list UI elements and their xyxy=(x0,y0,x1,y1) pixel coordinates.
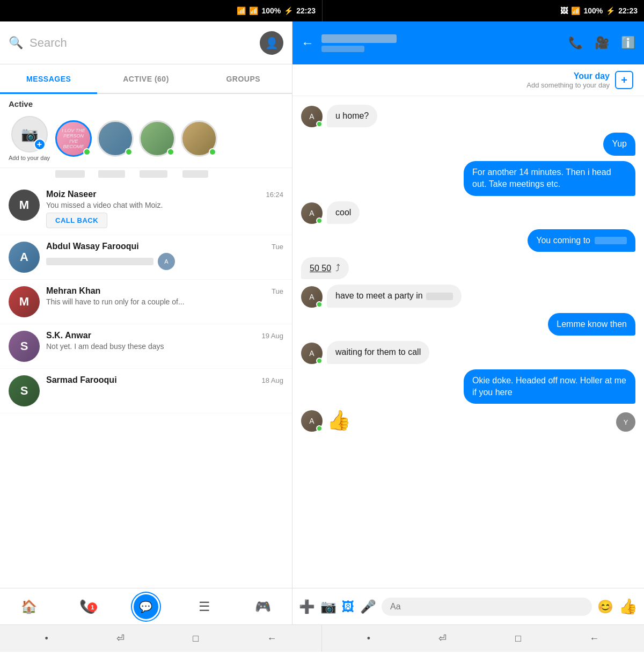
tab-active[interactable]: ACTIVE (60) xyxy=(97,64,194,93)
chat-input-bar: ➕ 📷 🖼 🎤 😊 👍 xyxy=(292,588,644,624)
bubble-waiting: waiting for them to call xyxy=(327,341,429,363)
voice-call-icon[interactable]: 📞 xyxy=(568,36,583,50)
time-left: 22:23 xyxy=(296,6,316,15)
android-back-left[interactable]: ← xyxy=(267,633,276,644)
nav-menu[interactable]: ☰ xyxy=(175,599,233,614)
conv-avatar-sarmad: S xyxy=(9,375,40,406)
img-icon-right: 🖼 xyxy=(560,6,568,15)
search-bar: 🔍 Search 👤 xyxy=(0,21,292,64)
story-item-3[interactable] xyxy=(139,120,175,157)
android-back-right[interactable]: ← xyxy=(589,633,599,644)
chat-messages: A u home? Yup For another 14 minutes. Th… xyxy=(292,96,644,588)
search-placeholder[interactable]: Search xyxy=(30,36,260,50)
bubble-5050: 50 50 ⤴ xyxy=(301,257,349,279)
input-mic-icon[interactable]: 🎤 xyxy=(360,599,376,614)
bubble-thumb: 👍 xyxy=(327,409,351,432)
android-square-right[interactable]: □ xyxy=(515,633,521,644)
conv-name-mehran: Mehran Khan xyxy=(46,286,100,296)
search-icon: 🔍 xyxy=(9,36,23,50)
msg-avatar-received: A xyxy=(301,106,323,127)
story-add-plus-icon: + xyxy=(34,139,46,150)
conv-body-sarmad: Sarmad Farooqui 18 Aug xyxy=(46,375,283,387)
story-add[interactable]: 📷 + Add to your day xyxy=(9,116,50,161)
story-item-2[interactable] xyxy=(97,120,134,157)
msg-avatar-thumb: A xyxy=(301,410,323,432)
tabs-bar: MESSAGES ACTIVE (60) GROUPS xyxy=(0,64,292,94)
conv-time-wasay: Tue xyxy=(272,243,283,251)
menu-icon: ☰ xyxy=(199,599,210,614)
signal-icon: 📶 xyxy=(249,6,258,15)
call-back-button[interactable]: CALL BACK xyxy=(46,213,107,228)
android-dot-right: • xyxy=(367,633,370,644)
story-item-4[interactable] xyxy=(181,120,217,157)
input-image-icon[interactable]: 🖼 xyxy=(342,599,355,614)
msg-sent-yup: Yup xyxy=(301,133,635,155)
input-smiley-icon[interactable]: 😊 xyxy=(597,599,613,614)
conv-item-sarmad[interactable]: S Sarmad Farooqui 18 Aug xyxy=(0,369,292,413)
user-avatar[interactable]: 👤 xyxy=(260,31,283,55)
video-call-icon[interactable]: 🎥 xyxy=(595,36,609,50)
bubble-yup: Yup xyxy=(603,133,635,155)
input-plus-icon[interactable]: ➕ xyxy=(299,599,315,614)
conv-item-anwar[interactable]: S S.K. Anwar 19 Aug Not yet. I am dead b… xyxy=(0,324,292,369)
input-camera-icon[interactable]: 📷 xyxy=(320,599,336,614)
contact-name-blurred xyxy=(321,34,397,43)
tab-messages[interactable]: MESSAGES xyxy=(0,64,97,93)
battery-pct-left: 100% xyxy=(261,6,281,15)
story-add-circle: 📷 + xyxy=(11,116,48,152)
games-icon: 🎮 xyxy=(255,599,271,614)
msg-received-waiting: A waiting for them to call xyxy=(301,341,635,363)
conv-item-wasay[interactable]: A Abdul Wasay Farooqui Tue A xyxy=(0,235,292,280)
nav-calls[interactable]: 📞 1 xyxy=(58,599,117,614)
charging-icon-left: ⚡ xyxy=(284,6,293,15)
right-panel: ← 📞 🎥 ℹ️ Your day Add something to your … xyxy=(292,21,644,624)
my-avatar-bottom: Y xyxy=(616,412,635,432)
conv-item-mehran[interactable]: M Mehran Khan Tue This will have to run … xyxy=(0,280,292,324)
conv-body-anwar: S.K. Anwar 19 Aug Not yet. I am dead bus… xyxy=(46,331,283,351)
status-bar-right: 🖼 📶 100% ⚡ 22:23 xyxy=(322,0,644,21)
info-icon[interactable]: ℹ️ xyxy=(621,36,635,50)
share-icon: ⤴ xyxy=(335,263,340,274)
nav-compose[interactable]: 💬 xyxy=(117,593,175,621)
wasay-secondary-avatar: A xyxy=(158,253,175,270)
conv-name-sarmad: Sarmad Farooqui xyxy=(46,375,117,385)
tab-groups[interactable]: GROUPS xyxy=(195,64,292,93)
bottom-nav-left: 🏠 📞 1 💬 ☰ 🎮 xyxy=(0,588,292,624)
input-thumbs-up[interactable]: 👍 xyxy=(619,598,638,615)
conv-avatar-wasay: A xyxy=(9,242,40,273)
active-section-label: Active xyxy=(0,94,292,112)
battery-pct-right: 100% xyxy=(583,6,603,15)
your-day-plus-button[interactable]: + xyxy=(615,71,633,89)
story-add-label: Add to your day xyxy=(9,155,50,161)
conv-time-sarmad: 18 Aug xyxy=(262,376,284,384)
chat-text-input[interactable] xyxy=(382,598,592,616)
android-dot-left: • xyxy=(45,633,48,644)
nav-games[interactable]: 🎮 xyxy=(233,599,292,614)
msg-avatar-party: A xyxy=(301,286,323,308)
main-content: 🔍 Search 👤 MESSAGES ACTIVE (60) GROUPS A… xyxy=(0,21,644,624)
your-day-banner: Your day Add something to your day + xyxy=(292,64,644,96)
android-enter-left[interactable]: ⏎ xyxy=(116,632,125,644)
android-enter-right[interactable]: ⏎ xyxy=(438,632,447,644)
compose-button[interactable]: 💬 xyxy=(132,593,160,621)
bubble-uhome: u home? xyxy=(327,105,377,127)
conv-item-moiz[interactable]: M Moiz Naseer 16:24 You missed a video c… xyxy=(0,183,292,235)
android-square-left[interactable]: □ xyxy=(193,633,199,644)
bubble-okiedoke: Okie doke. Headed off now. Holler at me … xyxy=(464,369,635,404)
contact-status-blurred xyxy=(321,46,364,52)
back-button[interactable]: ← xyxy=(301,35,314,50)
conversation-list: M Moiz Naseer 16:24 You missed a video c… xyxy=(0,183,292,588)
conv-time-mehran: Tue xyxy=(272,287,283,295)
time-right: 22:23 xyxy=(618,6,638,15)
android-bar-left: • ⏎ □ ← xyxy=(0,625,322,652)
conv-avatar-anwar: S xyxy=(9,331,40,362)
chat-header: ← 📞 🎥 ℹ️ xyxy=(292,21,644,64)
status-bar: 📶 📶 100% ⚡ 22:23 🖼 📶 100% ⚡ 22:23 xyxy=(0,0,644,21)
msg-received-uhome: A u home? xyxy=(301,105,635,127)
nav-home[interactable]: 🏠 xyxy=(0,599,58,614)
msg-avatar-waiting: A xyxy=(301,343,323,364)
bottom-nav: • ⏎ □ ← • ⏎ □ ← xyxy=(0,624,644,662)
wifi-icon-right: 📶 xyxy=(571,6,580,15)
story-item-1[interactable]: I LOV THE PERSON I'VE BECOME xyxy=(55,120,92,157)
conv-preview-anwar: Not yet. I am dead busy these days xyxy=(46,342,283,351)
